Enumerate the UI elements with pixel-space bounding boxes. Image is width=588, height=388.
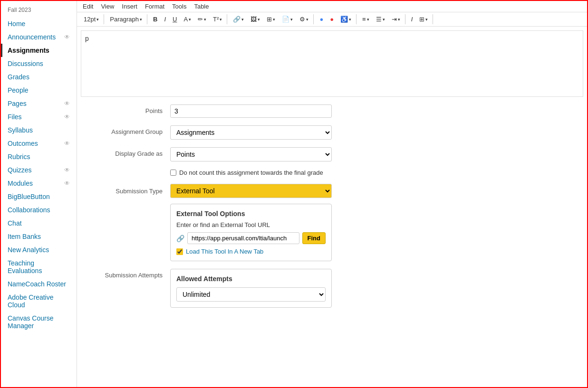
paragraph-selector[interactable]: Paragraph ▾ xyxy=(107,14,145,24)
sidebar-item-discussions[interactable]: Discussions xyxy=(1,57,77,70)
assignment-group-select[interactable]: Assignments xyxy=(170,125,332,140)
display-grade-label: Display Grade as xyxy=(85,147,170,157)
sidebar-item-label-new-analytics: New Analytics xyxy=(8,246,49,254)
sidebar-item-teaching-evaluations[interactable]: Teaching Evaluations xyxy=(1,256,77,277)
allowed-attempts-title: Allowed Attempts xyxy=(176,275,326,283)
embed-button[interactable]: 📄▾ xyxy=(279,14,296,24)
bold-button[interactable]: B xyxy=(150,14,160,24)
table-button[interactable]: ⊞▾ xyxy=(264,14,278,24)
find-button[interactable]: Find xyxy=(302,232,326,244)
display-grade-select[interactable]: PointsPercentageComplete/IncompleteLette… xyxy=(170,147,332,161)
url-input[interactable] xyxy=(187,232,299,244)
load-tab-label: Load This Tool In A New Tab xyxy=(186,248,263,255)
sidebar-item-label-bigbluebutton: BigBlueButton xyxy=(8,193,50,200)
font-size-selector[interactable]: 12pt ▾ xyxy=(81,14,102,24)
assignment-group-control: Assignments xyxy=(170,125,332,140)
submission-type-select[interactable]: OnlineExternal ToolNo SubmissionOn Paper… xyxy=(170,184,332,198)
sidebar-item-label-discussions: Discussions xyxy=(8,60,43,67)
highlight-button[interactable]: ✏▾ xyxy=(195,14,209,24)
submission-type-section: Submission Type OnlineExternal ToolNo Su… xyxy=(85,184,579,261)
eye-icon-outcomes: 👁 xyxy=(64,140,70,147)
sidebar-item-label-people: People xyxy=(8,86,29,94)
sidebar-item-outcomes[interactable]: Outcomes👁 xyxy=(1,137,77,150)
sidebar-item-rubrics[interactable]: Rubrics xyxy=(1,150,77,163)
no-count-checkbox[interactable] xyxy=(170,170,176,176)
accessibility-button[interactable]: ♿▾ xyxy=(337,14,354,24)
font-size-group: 12pt ▾ xyxy=(81,14,104,24)
menu-edit[interactable]: Edit xyxy=(83,3,93,10)
sidebar-item-item-banks[interactable]: Item Banks xyxy=(1,230,77,243)
sidebar-item-modules[interactable]: Modules👁 xyxy=(1,177,77,190)
sidebar-item-syllabus[interactable]: Syllabus xyxy=(1,123,77,137)
font-color-button[interactable]: A▾ xyxy=(181,14,194,24)
underline-button[interactable]: U xyxy=(170,14,180,24)
sidebar-item-announcements[interactable]: Announcements👁 xyxy=(1,30,77,44)
menu-table[interactable]: Table xyxy=(194,3,209,10)
sidebar-item-label-chat: Chat xyxy=(8,219,22,227)
editor-content[interactable]: p xyxy=(81,31,583,93)
sidebar-item-canvas-course-manager[interactable]: Canvas Course Manager xyxy=(1,312,77,332)
sidebar-item-people[interactable]: People xyxy=(1,84,77,97)
sidebar-item-label-canvas-course-manager: Canvas Course Manager xyxy=(8,314,70,330)
sidebar: Fall 2023 HomeAnnouncements👁AssignmentsD… xyxy=(1,1,77,387)
sidebar-item-adobe-creative-cloud[interactable]: Adobe Creative Cloud xyxy=(1,291,77,312)
align-button[interactable]: ≡▾ xyxy=(359,14,372,24)
sidebar-item-collaborations[interactable]: Collaborations xyxy=(1,203,77,217)
google-drive-button[interactable]: ● xyxy=(317,14,326,24)
menu-view[interactable]: View xyxy=(101,3,114,10)
menu-format[interactable]: Format xyxy=(145,3,164,10)
indent-button[interactable]: ⇥▾ xyxy=(389,14,403,24)
sidebar-item-pages[interactable]: Pages👁 xyxy=(1,97,77,110)
sidebar-item-chat[interactable]: Chat xyxy=(1,217,77,230)
sidebar-item-home[interactable]: Home xyxy=(1,17,77,30)
assignment-group-row: Assignment Group Assignments xyxy=(85,125,579,140)
points-label: Points xyxy=(85,104,170,114)
no-count-control: Do not count this assignment towards the… xyxy=(170,169,332,176)
submission-type-label: Submission Type xyxy=(85,184,170,195)
link-button[interactable]: 🔗▾ xyxy=(230,14,247,24)
table2-button[interactable]: ⊞▾ xyxy=(416,14,431,24)
sidebar-item-files[interactable]: Files👁 xyxy=(1,110,77,123)
sidebar-item-new-analytics[interactable]: New Analytics xyxy=(1,243,77,256)
term-label: Fall 2023 xyxy=(1,5,77,17)
allowed-attempts-select[interactable]: Unlimited12345 xyxy=(176,287,326,302)
menu-insert[interactable]: Insert xyxy=(122,3,137,10)
no-count-row: Do not count this assignment towards the… xyxy=(85,169,579,176)
image-button[interactable]: 🖼▾ xyxy=(248,14,263,24)
eye-icon-files: 👁 xyxy=(64,114,70,120)
menu-tools[interactable]: Tools xyxy=(172,3,186,10)
sidebar-item-grades[interactable]: Grades xyxy=(1,70,77,84)
misc-button[interactable]: ⚙▾ xyxy=(297,14,311,24)
ext-tool-subtitle: Enter or find an External Tool URL xyxy=(176,221,326,228)
paragraph-group: Paragraph ▾ xyxy=(107,14,147,24)
no-count-checkbox-label[interactable]: Do not count this assignment towards the… xyxy=(170,169,332,176)
sidebar-item-label-syllabus: Syllabus xyxy=(8,126,33,134)
cloud-group: ● ● ♿▾ xyxy=(317,14,357,24)
record-button[interactable]: ● xyxy=(327,14,337,24)
sidebar-item-bigbluebutton[interactable]: BigBlueButton xyxy=(1,190,77,203)
editor-area: p Points Assignment Group Assignments xyxy=(77,27,587,387)
sidebar-item-namecoach-roster[interactable]: NameCoach Roster xyxy=(1,277,77,291)
no-count-spacer xyxy=(85,169,170,172)
sidebar-item-quizzes[interactable]: Quizzes👁 xyxy=(1,163,77,177)
sidebar-item-label-grades: Grades xyxy=(8,73,29,81)
list-button[interactable]: ☰▾ xyxy=(373,14,388,24)
sidebar-item-label-teaching-evaluations: Teaching Evaluations xyxy=(8,259,70,274)
sidebar-item-assignments[interactable]: Assignments xyxy=(1,44,77,57)
submission-select-row: OnlineExternal ToolNo SubmissionOn Paper… xyxy=(170,184,332,198)
insert-group: 🔗▾ 🖼▾ ⊞▾ 📄▾ ⚙▾ xyxy=(230,14,314,24)
sidebar-item-label-quizzes: Quizzes xyxy=(8,166,32,174)
ext-url-row: 🔗 Find xyxy=(176,232,326,244)
superscript-button[interactable]: T²▾ xyxy=(210,14,225,24)
load-tab-checkbox[interactable] xyxy=(176,248,183,255)
rich-text-editor[interactable]: p xyxy=(81,30,583,97)
sidebar-item-label-namecoach-roster: NameCoach Roster xyxy=(8,280,66,288)
display-grade-control: PointsPercentageComplete/IncompleteLette… xyxy=(170,147,332,161)
points-control xyxy=(170,104,332,118)
ext-tool-title: External Tool Options xyxy=(176,210,326,218)
italic2-button[interactable]: I xyxy=(408,14,416,24)
points-row: Points xyxy=(85,104,579,118)
points-input[interactable] xyxy=(170,104,332,118)
italic-button[interactable]: I xyxy=(161,14,169,24)
extra-group: I ⊞▾ xyxy=(408,14,434,24)
